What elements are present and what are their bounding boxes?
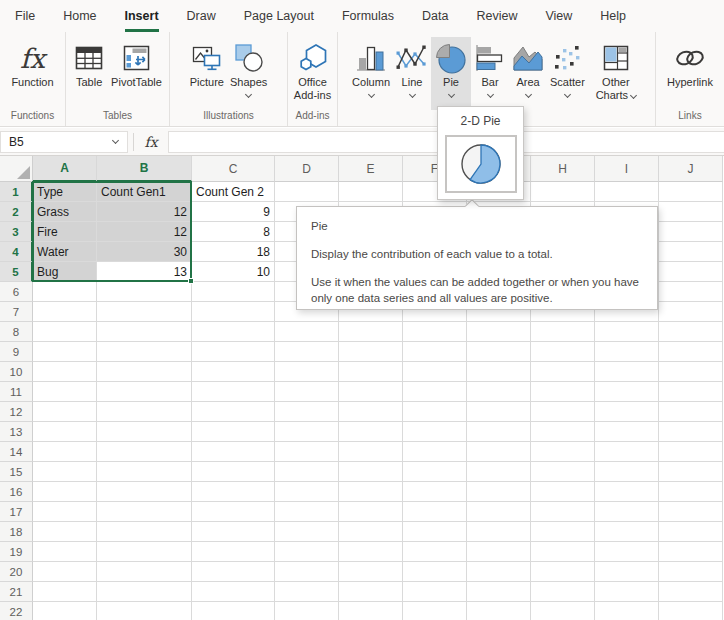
- cell-J5[interactable]: [659, 262, 723, 282]
- cell-I10[interactable]: [595, 362, 659, 382]
- function-button[interactable]: fx Function: [8, 37, 56, 90]
- cell-B13[interactable]: [97, 422, 192, 442]
- row-header-2[interactable]: 2: [0, 202, 33, 222]
- cell-D10[interactable]: [275, 362, 339, 382]
- tab-data[interactable]: Data: [422, 0, 448, 32]
- cell-A2[interactable]: Grass: [33, 202, 97, 222]
- cell-B2[interactable]: 12: [97, 202, 192, 222]
- cell-F22[interactable]: [403, 602, 467, 620]
- pie-chart-button[interactable]: Pie: [431, 37, 471, 110]
- cell-A9[interactable]: [33, 342, 97, 362]
- cell-B8[interactable]: [97, 322, 192, 342]
- cell-H22[interactable]: [531, 602, 595, 620]
- cell-F10[interactable]: [403, 362, 467, 382]
- cell-H10[interactable]: [531, 362, 595, 382]
- column-header-D[interactable]: D: [275, 156, 339, 182]
- cell-E15[interactable]: [339, 462, 403, 482]
- cell-C18[interactable]: [192, 522, 275, 542]
- other-charts-button[interactable]: Other Charts: [588, 37, 644, 103]
- cell-C21[interactable]: [192, 582, 275, 602]
- cell-C1[interactable]: Count Gen 2: [192, 182, 275, 202]
- cell-C20[interactable]: [192, 562, 275, 582]
- row-header-3[interactable]: 3: [0, 222, 33, 242]
- fx-icon[interactable]: fx: [140, 134, 162, 150]
- 2d-pie-option[interactable]: [445, 135, 517, 193]
- column-header-B[interactable]: B: [97, 156, 192, 182]
- cell-C6[interactable]: [192, 282, 275, 302]
- cell-H12[interactable]: [531, 402, 595, 422]
- cell-A16[interactable]: [33, 482, 97, 502]
- cell-E14[interactable]: [339, 442, 403, 462]
- cell-I20[interactable]: [595, 562, 659, 582]
- hyperlink-button[interactable]: Hyperlink: [664, 37, 716, 90]
- cell-B4[interactable]: 30: [97, 242, 192, 262]
- column-header-A[interactable]: A: [33, 156, 97, 182]
- cell-C12[interactable]: [192, 402, 275, 422]
- cell-D15[interactable]: [275, 462, 339, 482]
- cell-A8[interactable]: [33, 322, 97, 342]
- cell-C2[interactable]: 9: [192, 202, 275, 222]
- row-header-6[interactable]: 6: [0, 282, 33, 302]
- cell-J19[interactable]: [659, 542, 723, 562]
- cell-H11[interactable]: [531, 382, 595, 402]
- row-header-12[interactable]: 12: [0, 402, 33, 422]
- cell-G19[interactable]: [467, 542, 531, 562]
- cell-B5[interactable]: 13: [97, 262, 192, 282]
- cell-D9[interactable]: [275, 342, 339, 362]
- cell-H15[interactable]: [531, 462, 595, 482]
- cell-J2[interactable]: [659, 202, 723, 222]
- bar-chart-button[interactable]: Bar: [471, 37, 509, 98]
- cell-C15[interactable]: [192, 462, 275, 482]
- cell-J8[interactable]: [659, 322, 723, 342]
- cell-E22[interactable]: [339, 602, 403, 620]
- row-header-1[interactable]: 1: [0, 182, 33, 202]
- cell-B6[interactable]: [97, 282, 192, 302]
- column-header-J[interactable]: J: [659, 156, 723, 182]
- cell-E10[interactable]: [339, 362, 403, 382]
- cell-A22[interactable]: [33, 602, 97, 620]
- cell-G20[interactable]: [467, 562, 531, 582]
- cell-A11[interactable]: [33, 382, 97, 402]
- cell-C5[interactable]: 10: [192, 262, 275, 282]
- cell-D20[interactable]: [275, 562, 339, 582]
- cell-C4[interactable]: 18: [192, 242, 275, 262]
- cell-F15[interactable]: [403, 462, 467, 482]
- row-header-8[interactable]: 8: [0, 322, 33, 342]
- cell-G16[interactable]: [467, 482, 531, 502]
- cell-A4[interactable]: Water: [33, 242, 97, 262]
- cell-F20[interactable]: [403, 562, 467, 582]
- cell-A1[interactable]: Type: [33, 182, 97, 202]
- cell-A15[interactable]: [33, 462, 97, 482]
- cell-F17[interactable]: [403, 502, 467, 522]
- cell-G17[interactable]: [467, 502, 531, 522]
- cell-G12[interactable]: [467, 402, 531, 422]
- cell-D19[interactable]: [275, 542, 339, 562]
- cell-C19[interactable]: [192, 542, 275, 562]
- row-header-15[interactable]: 15: [0, 462, 33, 482]
- row-header-4[interactable]: 4: [0, 242, 33, 262]
- line-chart-button[interactable]: Line: [393, 37, 431, 98]
- cell-J1[interactable]: [659, 182, 723, 202]
- cell-J13[interactable]: [659, 422, 723, 442]
- cell-E19[interactable]: [339, 542, 403, 562]
- cell-F14[interactable]: [403, 442, 467, 462]
- cell-G15[interactable]: [467, 462, 531, 482]
- row-header-16[interactable]: 16: [0, 482, 33, 502]
- cell-J18[interactable]: [659, 522, 723, 542]
- cell-I13[interactable]: [595, 422, 659, 442]
- cell-G9[interactable]: [467, 342, 531, 362]
- cell-A6[interactable]: [33, 282, 97, 302]
- cell-C13[interactable]: [192, 422, 275, 442]
- tab-home[interactable]: Home: [63, 0, 96, 32]
- cell-I12[interactable]: [595, 402, 659, 422]
- cell-D12[interactable]: [275, 402, 339, 422]
- tab-help[interactable]: Help: [600, 0, 626, 32]
- cell-A21[interactable]: [33, 582, 97, 602]
- row-header-22[interactable]: 22: [0, 602, 33, 620]
- column-header-C[interactable]: C: [192, 156, 275, 182]
- cell-D22[interactable]: [275, 602, 339, 620]
- row-header-20[interactable]: 20: [0, 562, 33, 582]
- row-header-18[interactable]: 18: [0, 522, 33, 542]
- cell-H17[interactable]: [531, 502, 595, 522]
- cell-C14[interactable]: [192, 442, 275, 462]
